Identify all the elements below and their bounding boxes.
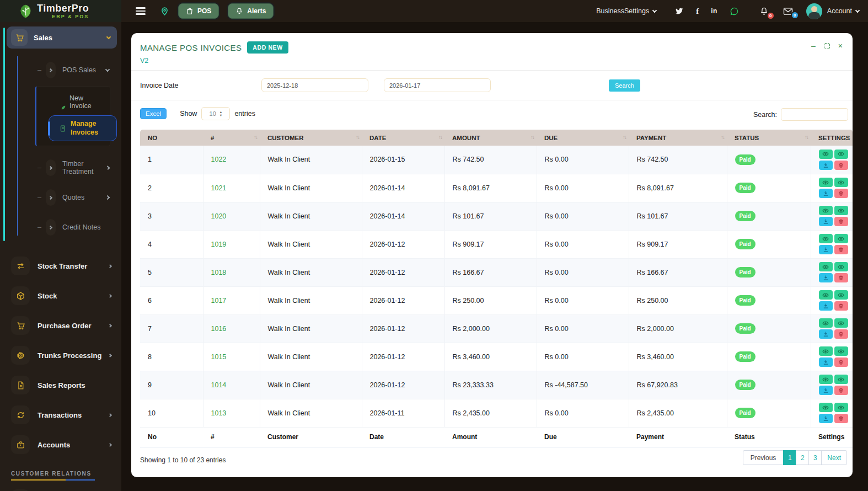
delete-button[interactable] [834,414,848,423]
download-button[interactable] [819,357,833,367]
invoice-link[interactable]: 1022 [211,156,227,163]
next-page-button[interactable]: Next [821,450,847,465]
delete-button[interactable] [834,329,848,339]
previous-page-button[interactable]: Previous [743,450,784,465]
notifications-bell-icon[interactable]: 0 [759,7,769,16]
sidebar-item-stock-transfer[interactable]: Stock Transfer [0,251,121,281]
view-alt-button[interactable] [834,262,848,271]
page-size-select[interactable]: 10 ▲▼ [201,107,230,120]
delete-button[interactable] [834,245,848,254]
view-button[interactable] [819,375,833,384]
page-1-button[interactable]: 1 [783,450,796,465]
view-button[interactable] [819,403,833,412]
messages-envelope-icon[interactable]: 0 [783,7,793,15]
download-button[interactable] [819,245,833,254]
v2-link[interactable]: V2 [140,57,148,65]
whatsapp-icon[interactable] [730,7,739,16]
view-alt-button[interactable] [834,375,848,384]
sidebar-item-accounts[interactable]: Accounts [0,430,121,460]
delete-button[interactable] [834,161,848,170]
linkedin-icon[interactable]: in [711,7,717,15]
col-header-invoice[interactable]: #↑↓ [203,130,260,146]
sidebar-item-manage-invoices[interactable]: Manage Invoices [49,115,117,141]
sidebar-item-new-invoice[interactable]: New Invoice [42,92,106,115]
view-button[interactable] [819,178,833,187]
fullscreen-icon[interactable] [824,43,830,49]
download-button[interactable] [819,301,833,311]
download-button[interactable] [819,386,833,395]
view-alt-button[interactable] [834,150,848,159]
view-button[interactable] [819,262,833,271]
page-2-button[interactable]: 2 [796,450,809,465]
view-button[interactable] [819,206,833,215]
date-from-input[interactable] [261,78,368,92]
invoice-link[interactable]: 1018 [211,269,227,276]
location-pin-icon[interactable] [160,7,169,16]
sidebar-item-quotes[interactable]: – Quotes [37,189,109,206]
sidebar-item-transactions[interactable]: Transactions [0,400,121,430]
search-button[interactable]: Search [609,79,640,92]
user-avatar[interactable] [806,3,822,19]
view-alt-button[interactable] [834,178,848,187]
hamburger-menu-icon[interactable] [133,5,148,17]
page-3-button[interactable]: 3 [808,450,822,465]
date-to-input[interactable] [384,78,491,92]
table-search-input[interactable] [781,108,848,121]
delete-button[interactable] [834,217,848,226]
view-button[interactable] [819,290,833,300]
col-header-status[interactable]: STATUS↑↓ [727,130,811,146]
view-alt-button[interactable] [834,403,848,412]
col-header-date[interactable]: DATE↑↓ [362,130,444,146]
pos-button[interactable]: POS [178,3,219,19]
delete-button[interactable] [834,273,848,282]
view-alt-button[interactable] [834,206,848,215]
close-icon[interactable]: × [838,42,843,50]
view-alt-button[interactable] [834,234,848,243]
col-header-settings[interactable]: SETTINGS↑↓ [811,130,853,146]
account-menu[interactable]: Account [827,7,859,15]
sidebar-item-stock[interactable]: Stock [0,281,121,311]
invoice-link[interactable]: 1020 [211,212,227,220]
facebook-icon[interactable]: f [696,7,699,16]
delete-button[interactable] [834,386,848,395]
view-button[interactable] [819,234,833,243]
view-alt-button[interactable] [834,290,848,300]
view-alt-button[interactable] [834,318,848,328]
sidebar-item-credit-notes[interactable]: – Credit Notes [37,219,109,236]
sidebar-item-timber-treatment[interactable]: – Timber Treatment [37,159,109,176]
delete-button[interactable] [834,301,848,311]
col-header-payment[interactable]: PAYMENT↑↓ [629,130,727,146]
twitter-icon[interactable] [674,7,684,16]
add-new-button[interactable]: ADD NEW [247,41,288,54]
delete-button[interactable] [834,357,848,367]
col-header-amount[interactable]: AMOUNT↑↓ [444,130,537,146]
view-alt-button[interactable] [834,346,848,356]
sidebar-item-trunks-processing[interactable]: Trunks Processing [0,340,121,370]
delete-button[interactable] [834,189,848,198]
sidebar-item-crm[interactable]: CRM [0,484,121,491]
download-button[interactable] [819,414,833,423]
app-logo[interactable]: TimberPro ERP & POS [0,0,121,22]
col-header-customer[interactable]: CUSTOMER↑↓ [260,130,362,146]
sidebar-item-pos-sales[interactable]: – POS Sales [37,62,109,78]
invoice-link[interactable]: 1014 [211,381,227,389]
invoice-link[interactable]: 1019 [211,241,227,248]
download-button[interactable] [819,273,833,282]
col-header-due[interactable]: DUE↑↓ [537,130,629,146]
invoice-link[interactable]: 1017 [211,297,227,305]
invoice-link[interactable]: 1013 [211,409,227,417]
invoice-link[interactable]: 1015 [211,353,227,361]
download-button[interactable] [819,217,833,226]
sidebar-item-sales[interactable]: Sales [7,26,117,49]
invoice-link[interactable]: 1016 [211,325,227,333]
view-button[interactable] [819,346,833,356]
sidebar-item-sales-reports[interactable]: Sales Reports [0,370,121,400]
excel-export-button[interactable]: Excel [140,108,167,119]
business-settings-menu[interactable]: BusinessSettings [596,7,656,15]
download-button[interactable] [819,329,833,339]
view-button[interactable] [819,318,833,328]
download-button[interactable] [819,161,833,170]
view-button[interactable] [819,150,833,159]
invoice-link[interactable]: 1021 [211,184,227,192]
alerts-button[interactable]: Alerts [228,3,274,19]
